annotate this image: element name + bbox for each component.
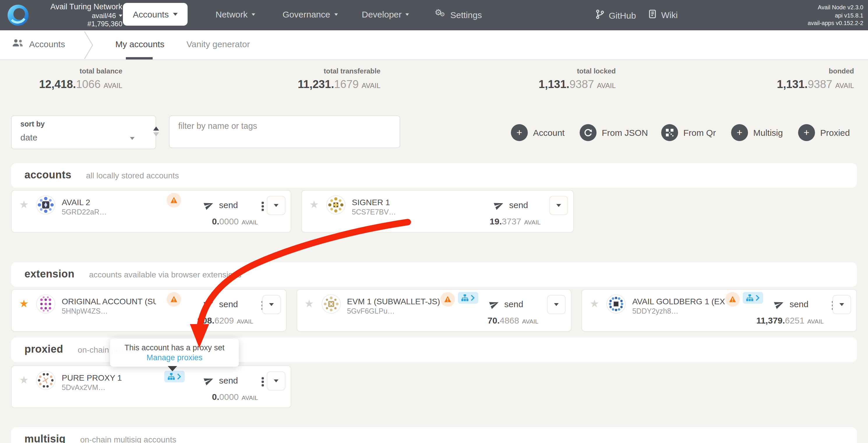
account-balance: 11,379.6251AVAIL	[756, 315, 824, 325]
summary-total-transferable: total transferable 11,231.1679AVAIL	[298, 67, 380, 91]
send-button[interactable]: send	[494, 200, 528, 210]
sitemap-icon	[747, 294, 753, 301]
warning-icon[interactable]	[166, 292, 181, 306]
chevron-down-icon	[130, 137, 134, 140]
tooltip-text: This account has a proxy set	[110, 343, 239, 353]
sort-asc-icon	[153, 126, 159, 130]
filter-input[interactable]	[169, 115, 400, 148]
github-link[interactable]: GitHub	[596, 9, 636, 21]
identicon[interactable]	[327, 196, 345, 214]
sort-desc-icon	[153, 132, 159, 137]
section-header-accounts: accounts all locally stored accounts	[11, 163, 857, 188]
account-name: AVAIL 2	[62, 198, 90, 207]
add-via-qr-button[interactable]: From Qr	[661, 124, 716, 141]
account-balance: 908.6209AVAIL	[197, 315, 253, 325]
account-address: 5DvAx2VM…	[62, 384, 105, 392]
proxy-badge[interactable]	[458, 292, 478, 304]
chevron-down-icon	[406, 13, 409, 16]
account-name: AVAIL GOLDBERG 1 (EXTENSI…	[632, 297, 727, 306]
manage-proxies-link[interactable]: Manage proxies	[110, 353, 239, 363]
plus-icon: +	[798, 124, 815, 141]
network-info[interactable]: Avail Turing Network avail/46 #1,795,360	[34, 2, 122, 29]
warning-icon[interactable]	[440, 292, 455, 306]
favorite-star-icon[interactable]: ★	[19, 298, 29, 309]
qr-icon	[661, 124, 678, 141]
paper-plane-icon	[488, 298, 500, 311]
account-name: SIGNER 1	[352, 198, 390, 207]
proxy-badge[interactable]	[164, 371, 185, 382]
favorite-star-icon[interactable]: ★	[309, 199, 319, 210]
warning-icon[interactable]	[725, 292, 740, 306]
chevron-right-icon	[756, 294, 760, 301]
book-icon	[648, 9, 656, 21]
sort-dropdown[interactable]: sort by date	[11, 115, 156, 149]
top-bar: Avail Turing Network avail/46 #1,795,360…	[0, 0, 868, 30]
add-multisig-button[interactable]: + Multisig	[731, 124, 783, 141]
avail-apps-page: Avail Turing Network avail/46 #1,795,360…	[0, 0, 868, 443]
send-button[interactable]: send	[204, 375, 238, 385]
expand-button[interactable]	[267, 196, 285, 215]
tab-my-accounts[interactable]: My accounts	[115, 39, 164, 49]
send-button[interactable]: send	[775, 299, 809, 309]
send-button[interactable]: send	[204, 299, 238, 309]
expand-button[interactable]	[262, 295, 280, 314]
identicon[interactable]	[37, 371, 55, 389]
identicon[interactable]	[37, 196, 55, 214]
extension-row: ★ ORIGINAL ACCOUNT (SUBW… 5HNpW4ZS…	[11, 289, 857, 332]
sort-direction-toggle[interactable]	[153, 126, 159, 137]
warning-icon[interactable]	[166, 193, 181, 208]
avail-logo-icon[interactable]	[7, 4, 29, 26]
expand-button[interactable]	[833, 295, 851, 314]
favorite-star-icon[interactable]: ★	[19, 375, 29, 385]
expand-button[interactable]	[547, 295, 566, 314]
proxy-tooltip: This account has a proxy set Manage prox…	[110, 339, 239, 367]
breadcrumb: Accounts	[12, 38, 65, 49]
nav-accounts[interactable]: Accounts	[123, 3, 187, 26]
account-card-signer-1: ★ SIGNER 1 5CS7E7BV… send 19.3	[301, 190, 574, 233]
users-icon	[12, 38, 23, 49]
expand-button[interactable]	[267, 371, 285, 390]
menu-button[interactable]	[260, 376, 265, 387]
favorite-star-icon[interactable]: ★	[19, 199, 29, 210]
chain-spec: avail/46	[92, 12, 116, 20]
add-account-button[interactable]: + Account	[511, 124, 564, 141]
nav-developer[interactable]: Developer	[362, 9, 409, 19]
identicon[interactable]	[37, 295, 55, 313]
chevron-down-icon	[274, 380, 278, 382]
favorite-star-icon[interactable]: ★	[304, 298, 314, 309]
tab-bar: Accounts My accounts Vanity generator	[0, 30, 868, 60]
expand-button[interactable]	[549, 196, 568, 215]
proxy-badge[interactable]	[743, 292, 764, 304]
network-name: Avail Turing Network	[34, 2, 122, 12]
block-number: #1,795,360	[34, 20, 122, 29]
paper-plane-icon	[203, 199, 215, 211]
plus-icon: +	[511, 124, 528, 141]
wiki-link[interactable]: Wiki	[648, 9, 678, 21]
send-button[interactable]: send	[204, 200, 238, 210]
chevron-right-icon	[177, 373, 181, 380]
gears-icon: ⚙⚙	[435, 9, 446, 20]
chevron-down-icon	[269, 303, 274, 306]
nav-settings[interactable]: ⚙⚙ Settings	[435, 9, 482, 20]
paper-plane-icon	[203, 374, 215, 387]
chevron-down-icon	[252, 13, 255, 16]
nav-network[interactable]: Network	[216, 9, 255, 19]
identicon[interactable]	[607, 295, 625, 313]
account-card-avail-2: ★ AVAIL 2 5GRD22aR… sen	[11, 190, 291, 233]
account-balance: 0.0000AVAIL	[212, 392, 258, 402]
sitemap-icon	[168, 373, 175, 380]
menu-button[interactable]	[260, 201, 265, 212]
sitemap-icon	[461, 294, 468, 301]
restore-json-button[interactable]: From JSON	[580, 124, 648, 141]
section-header-extension: extension accounts available via browser…	[11, 262, 857, 287]
identicon[interactable]	[322, 295, 340, 313]
send-button[interactable]: send	[489, 299, 523, 309]
account-card-avail-goldberg-1: ★ AVAIL GOLDBERG 1 (EXTENSI… 5DDY2yzh8…	[582, 289, 857, 332]
favorite-star-icon[interactable]: ★	[590, 298, 599, 309]
chevron-right-icon	[470, 294, 474, 301]
tab-vanity-generator[interactable]: Vanity generator	[186, 39, 250, 49]
nav-governance[interactable]: Governance	[282, 9, 338, 19]
account-address: 5GvF6GLPu…	[347, 307, 395, 315]
account-balance: 70.4868AVAIL	[488, 315, 538, 325]
add-proxied-button[interactable]: + Proxied	[798, 124, 850, 141]
